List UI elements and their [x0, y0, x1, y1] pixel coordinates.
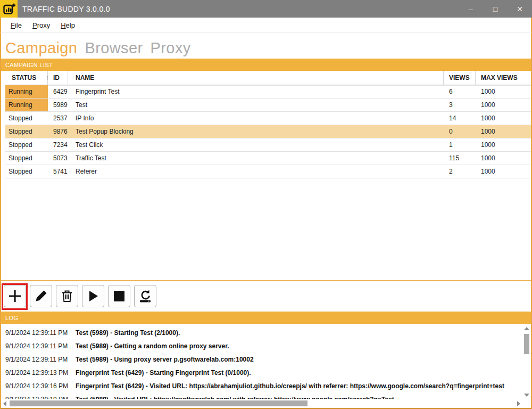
scroll-up-icon[interactable] — [522, 325, 531, 332]
reset-views-button[interactable] — [134, 285, 156, 307]
status-badge: Stopped — [5, 165, 48, 178]
log-vertical-scrollbar[interactable] — [522, 325, 531, 399]
trash-icon — [60, 289, 74, 303]
app-logo-icon — [0, 0, 18, 18]
tab-proxy[interactable]: Proxy — [151, 39, 191, 58]
table-row[interactable]: Running 6429 Fingerprint Test 6 1000 — [5, 85, 531, 99]
table-row[interactable]: Stopped 5741 Referer 2 1000 — [5, 165, 531, 178]
status-badge: Running — [5, 99, 48, 111]
cell-id: 7234 — [48, 138, 68, 151]
window-title: TRAFFIC BUDDY 3.0.0.0 — [22, 5, 110, 13]
cell-id: 5989 — [48, 99, 68, 111]
status-badge: Stopped — [5, 152, 48, 165]
log-timestamp: 9/1/2024 12:39:11 PM — [5, 356, 76, 363]
cell-name: Traffic Test — [68, 152, 444, 165]
log-message: Test (5989) - Getting a random online pr… — [76, 342, 229, 350]
status-badge: Stopped — [5, 112, 48, 125]
tab-browser[interactable]: Browser — [85, 39, 143, 58]
log-entry: 9/1/2024 12:39:11 PM Test (5989) - Start… — [1, 326, 531, 339]
column-header-status[interactable]: STATUS ↑ — [5, 71, 48, 85]
status-badge: Running — [5, 85, 48, 98]
cell-name: Test Click — [68, 138, 444, 151]
stop-campaign-button[interactable] — [108, 285, 130, 307]
delete-campaign-button[interactable] — [56, 285, 78, 307]
titlebar: TRAFFIC BUDDY 3.0.0.0 – □ ✕ — [0, 0, 532, 18]
scroll-left-icon[interactable] — [1, 399, 9, 408]
log-timestamp: 9/1/2024 12:39:11 PM — [5, 329, 76, 337]
horizontal-scroll-thumb[interactable] — [10, 400, 307, 406]
column-header-name[interactable]: NAME — [68, 71, 444, 85]
log-panel: 9/1/2024 12:39:11 PM Test (5989) - Start… — [0, 324, 532, 399]
cell-views: 0 — [444, 125, 476, 138]
cell-views: 1 — [444, 138, 476, 151]
campaign-list-header: CAMPAIGN LIST — [1, 59, 531, 71]
cell-id: 9876 — [48, 125, 68, 138]
cell-name: Test — [68, 99, 444, 111]
cell-views: 3 — [444, 99, 476, 111]
table-row[interactable]: Running 5989 Test 3 1000 — [5, 99, 531, 112]
cell-id: 5073 — [48, 152, 68, 165]
campaign-list-panel: CAMPAIGN LIST STATUS ↑ ID NAME VIEWS MAX… — [0, 59, 532, 281]
tab-strip: Campaign Browser Proxy — [0, 33, 532, 59]
table-header: STATUS ↑ ID NAME VIEWS MAX VIEWS — [5, 71, 531, 85]
log-timestamp: 9/1/2024 12:39:16 PM — [5, 382, 76, 390]
play-icon — [86, 289, 100, 303]
menu-proxy[interactable]: Proxy — [27, 19, 55, 31]
column-header-views[interactable]: VIEWS — [444, 71, 476, 85]
cell-name: Test Popup Blocking — [68, 125, 444, 138]
log-message: Fingerprint Test (6429) - Starting Finge… — [76, 369, 251, 377]
minimize-button[interactable]: – — [459, 0, 483, 18]
menu-file[interactable]: File — [5, 19, 27, 31]
menu-help[interactable]: Help — [55, 19, 80, 31]
vertical-scroll-thumb[interactable] — [524, 334, 529, 354]
scroll-down-icon[interactable] — [522, 391, 531, 399]
cell-views: 2 — [444, 165, 476, 178]
cell-max-views: 1000 — [476, 99, 526, 111]
stop-icon — [113, 290, 126, 302]
log-message: Test (5989) - Starting Test (2/1000). — [76, 329, 180, 337]
table-row[interactable]: Stopped 9876 Test Popup Blocking 0 1000 — [5, 125, 531, 138]
add-campaign-button[interactable] — [4, 285, 26, 307]
column-header-id[interactable]: ID — [48, 71, 68, 85]
cell-max-views: 1000 — [476, 125, 526, 138]
campaign-toolbar — [0, 281, 532, 312]
cell-max-views: 1000 — [476, 85, 526, 98]
app-window: TRAFFIC BUDDY 3.0.0.0 – □ ✕ File Proxy H… — [0, 0, 532, 409]
reset-icon — [138, 289, 153, 304]
log-message: Test (5989) - Using proxy server p.gsoft… — [76, 356, 254, 363]
log-header: LOG — [1, 312, 531, 324]
plus-icon — [7, 288, 23, 304]
table-row[interactable]: Stopped 2537 IP Info 14 1000 — [5, 112, 531, 125]
maximize-button[interactable]: □ — [483, 0, 508, 18]
log-entry: 9/1/2024 12:39:19 PM Test (5989) - Visit… — [1, 392, 531, 399]
table-body: Running 6429 Fingerprint Test 6 1000 Run… — [1, 85, 531, 178]
cell-name: Fingerprint Test — [68, 85, 444, 98]
status-badge: Stopped — [5, 138, 48, 151]
start-campaign-button[interactable] — [82, 285, 104, 307]
log-entry: 9/1/2024 12:39:16 PM Fingerprint Test (6… — [1, 379, 531, 392]
column-header-max-views[interactable]: MAX VIEWS — [476, 71, 526, 85]
cell-max-views: 1000 — [476, 165, 526, 178]
status-badge: Stopped — [5, 125, 48, 138]
table-row[interactable]: Stopped 5073 Traffic Test 115 1000 — [5, 152, 531, 165]
cell-views: 6 — [444, 85, 476, 98]
log-horizontal-scrollbar[interactable] — [0, 399, 532, 409]
menubar: File Proxy Help — [0, 18, 532, 33]
close-button[interactable]: ✕ — [508, 0, 532, 18]
log-entry: 9/1/2024 12:39:13 PM Fingerprint Test (6… — [1, 366, 531, 379]
log-entry: 9/1/2024 12:39:11 PM Test (5989) - Using… — [1, 353, 531, 366]
cell-id: 2537 — [48, 112, 68, 125]
edit-campaign-button[interactable] — [30, 285, 52, 307]
table-row[interactable]: Stopped 7234 Test Click 1 1000 — [5, 138, 531, 152]
cell-name: IP Info — [68, 112, 444, 125]
cell-name: Referer — [68, 165, 444, 178]
log-entry: 9/1/2024 12:39:11 PM Test (5989) - Getti… — [1, 339, 531, 353]
cell-views: 14 — [444, 112, 476, 125]
cell-max-views: 1000 — [476, 112, 526, 125]
log-timestamp: 9/1/2024 12:39:11 PM — [5, 342, 76, 350]
cell-id: 5741 — [48, 165, 68, 178]
pencil-icon — [34, 289, 48, 304]
scroll-right-icon[interactable] — [515, 399, 522, 408]
cell-max-views: 1000 — [476, 152, 526, 165]
tab-campaign[interactable]: Campaign — [5, 39, 77, 58]
